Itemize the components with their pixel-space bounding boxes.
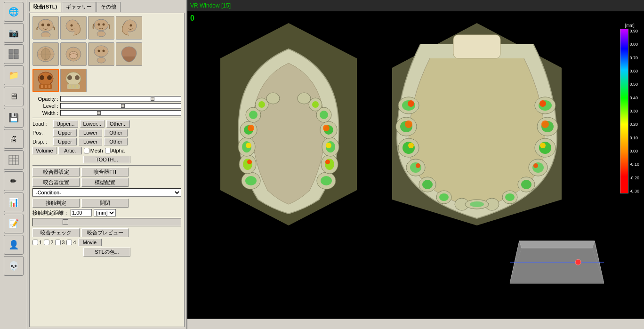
head-front2-icon[interactable] xyxy=(88,16,114,40)
bite-fh-button[interactable]: 咬合器FH xyxy=(81,168,129,177)
opacity-slider-row: Opacity : xyxy=(32,96,181,102)
horizontal-slider[interactable] xyxy=(32,218,181,226)
model-place-button[interactable]: 模型配置 xyxy=(81,178,129,187)
globe-icon[interactable]: 🌐 xyxy=(4,2,24,22)
svg-rect-74 xyxy=(453,35,500,58)
svg-point-107 xyxy=(521,180,531,189)
svg-point-28 xyxy=(97,57,105,63)
camera-icon[interactable]: 📷 xyxy=(4,23,24,43)
condition-dropdown[interactable]: -Condition- xyxy=(32,188,181,197)
svg-point-70 xyxy=(323,125,330,131)
disp-other-button[interactable]: Other xyxy=(104,138,128,145)
artic-button[interactable]: Artic. xyxy=(58,147,82,154)
load-other-button[interactable]: Other... xyxy=(106,120,130,128)
svg-point-97 xyxy=(422,180,433,189)
control-panel: 咬合(STL) ギャラリー その他 xyxy=(27,0,187,329)
load-upper-button[interactable]: Upper... xyxy=(53,120,78,128)
table-icon[interactable] xyxy=(4,150,24,170)
ch2-checkbox[interactable] xyxy=(44,240,49,245)
head-right-icon[interactable] xyxy=(60,16,87,40)
dist-unit-select[interactable]: [mm] xyxy=(94,209,116,217)
bite-preview-button[interactable]: 咬合プレビュー xyxy=(81,228,129,237)
svg-point-100 xyxy=(539,100,546,107)
edit-icon[interactable]: ✏ xyxy=(4,171,24,191)
svg-point-27 xyxy=(94,46,108,57)
head-grid xyxy=(32,16,181,40)
note-icon[interactable]: 📝 xyxy=(4,214,24,233)
head-left-icon[interactable] xyxy=(116,16,142,40)
disp-upper-button[interactable]: Upper xyxy=(53,138,77,145)
monitor-icon[interactable]: 🖥 xyxy=(4,87,24,106)
dist-input[interactable] xyxy=(71,209,92,217)
width-label: Width : xyxy=(32,110,58,116)
head-back-icon[interactable] xyxy=(116,42,142,66)
pos-upper-button[interactable]: Upper xyxy=(53,129,77,136)
svg-point-61 xyxy=(248,125,254,131)
ch1-checkbox[interactable] xyxy=(32,240,38,245)
open-button[interactable]: 開閉 xyxy=(81,199,129,208)
svg-point-105 xyxy=(532,162,544,173)
svg-point-12 xyxy=(47,24,50,26)
pos-label: Pos. : xyxy=(32,130,51,136)
grid-icon[interactable] xyxy=(4,44,24,64)
level-slider-row: Level : xyxy=(32,103,181,109)
vr-content[interactable]: 0 xyxy=(187,11,644,319)
color-scale: [mm] 0.90 0.80 0.70 0.60 0.50 0.40 0.30 … xyxy=(620,23,639,193)
stl-color-button[interactable]: STLの色... xyxy=(83,248,130,257)
svg-point-62 xyxy=(249,111,258,119)
svg-marker-112 xyxy=(519,241,595,248)
bite-check-button[interactable]: 咬合チェック xyxy=(32,228,80,237)
tab-bite[interactable]: 咬合(STL) xyxy=(29,2,61,12)
skull-colored-icon[interactable] xyxy=(32,69,59,92)
svg-point-116 xyxy=(575,259,581,265)
head-front-icon[interactable] xyxy=(32,16,59,40)
head-front3-icon[interactable] xyxy=(88,42,114,66)
save-icon[interactable]: 💾 xyxy=(4,108,24,128)
movie-button[interactable]: Movie xyxy=(78,239,102,246)
svg-point-102 xyxy=(541,120,549,128)
print-icon[interactable]: 🖨 xyxy=(4,129,24,149)
chart-icon[interactable]: 📊 xyxy=(4,193,24,212)
pos-lower-button[interactable]: Lower xyxy=(79,129,102,136)
status-bar xyxy=(187,319,644,329)
bite-pos-button[interactable]: 咬合器位置 xyxy=(32,178,80,187)
bite-setting-button[interactable]: 咬合器設定 xyxy=(32,168,80,177)
ch4-label: 4 xyxy=(73,240,76,245)
folder-icon[interactable]: 📁 xyxy=(4,65,24,85)
person-icon[interactable]: 👤 xyxy=(4,235,24,255)
alpha-checkbox-row: Alpha xyxy=(105,148,125,153)
tooth-button[interactable]: TOOTH... xyxy=(83,156,130,163)
svg-point-106 xyxy=(533,163,538,168)
tab-other[interactable]: その他 xyxy=(97,2,121,12)
head-under-icon[interactable] xyxy=(60,42,87,66)
head-top-icon[interactable] xyxy=(32,42,59,66)
contact-judge-button[interactable]: 接触判定 xyxy=(32,199,80,208)
load-row: Load : Upper... Lower... Other... xyxy=(32,120,181,128)
disp-lower-button[interactable]: Lower xyxy=(79,138,102,145)
bite-check-row: 咬合チェック 咬合プレビュー xyxy=(32,228,181,237)
width-slider[interactable] xyxy=(60,110,181,116)
ch3-checkbox[interactable] xyxy=(55,240,61,245)
pos-other-button[interactable]: Other xyxy=(104,129,128,136)
level-slider[interactable] xyxy=(60,103,181,109)
mesh-checkbox-row: Mesh xyxy=(84,148,103,153)
tooth-row: TOOTH... xyxy=(32,156,181,163)
svg-point-95 xyxy=(410,162,421,173)
svg-point-39 xyxy=(75,75,80,80)
tab-gallery[interactable]: ギャラリー xyxy=(62,2,96,12)
load-lower-button[interactable]: Lower... xyxy=(80,120,105,128)
alpha-checkbox[interactable] xyxy=(105,148,111,153)
volume-button[interactable]: Volume xyxy=(32,147,56,154)
width-slider-row: Width : xyxy=(32,110,181,116)
svg-point-10 xyxy=(41,32,50,37)
skull-bare-icon[interactable] xyxy=(60,69,87,92)
mesh-checkbox[interactable] xyxy=(84,148,89,153)
skull-small-icon[interactable]: 💀 xyxy=(4,256,24,276)
opacity-slider[interactable] xyxy=(60,96,181,102)
svg-point-11 xyxy=(41,24,44,26)
ch1-label: 1 xyxy=(39,240,42,245)
ch4-checkbox[interactable] xyxy=(66,240,72,245)
svg-rect-0 xyxy=(9,49,13,54)
svg-point-47 xyxy=(266,93,280,104)
svg-point-90 xyxy=(408,100,414,107)
